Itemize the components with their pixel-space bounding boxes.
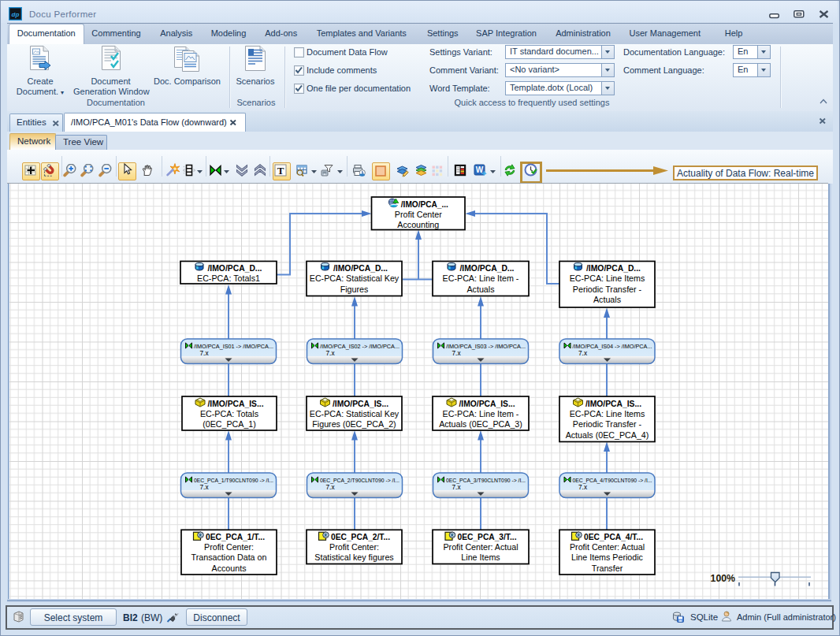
svg-text:Transfer: Transfer	[592, 563, 623, 573]
svg-text:dp: dp	[12, 11, 20, 18]
svg-text:Accounts: Accounts	[212, 563, 247, 573]
svg-text:/IMO/PCA_D...: /IMO/PCA_D...	[460, 263, 515, 273]
svg-text:Accounting: Accounting	[397, 220, 439, 229]
svg-text:Periodic Transfer -: Periodic Transfer -	[573, 419, 642, 429]
svg-text:7.x: 7.x	[200, 483, 210, 491]
svg-text:Profit Center: Actual: Profit Center: Actual	[570, 542, 645, 552]
svg-text:Actuals (0EC_PCA_4): Actuals (0EC_PCA_4)	[566, 430, 649, 440]
svg-text:Profit Center:: Profit Center:	[329, 542, 379, 552]
svg-text:7.x: 7.x	[578, 349, 588, 357]
svg-text:Line Items Periodic: Line Items Periodic	[571, 552, 644, 562]
svg-text:EC-PCA: Line Items: EC-PCA: Line Items	[570, 409, 645, 418]
svg-text:7.x: 7.x	[200, 349, 210, 357]
svg-text:7.x: 7.x	[452, 483, 462, 491]
svg-text:0EC_PCA_2/T...: 0EC_PCA_2/T...	[331, 532, 390, 541]
svg-text:/IMO/PCA_D...: /IMO/PCA_D...	[586, 263, 641, 273]
svg-text:0EC_PCA_3/T...: 0EC_PCA_3/T...	[458, 532, 517, 541]
svg-text:Actuals (0EC_PCA_3): Actuals (0EC_PCA_3)	[439, 419, 522, 429]
svg-text:(0EC_PCA_1): (0EC_PCA_1)	[203, 419, 256, 429]
svg-text:7.x: 7.x	[326, 349, 336, 357]
svg-text:T: T	[277, 165, 284, 177]
svg-text:/IMO/PCA_IS...: /IMO/PCA_IS...	[585, 399, 641, 408]
svg-text:EC-PCA: Statistical Key: EC-PCA: Statistical Key	[310, 409, 400, 418]
svg-text:0EC_PCA_1/T...: 0EC_PCA_1/T...	[206, 532, 265, 541]
svg-text:7.x: 7.x	[326, 483, 336, 491]
svg-text:0EC_PCA_4/T...: 0EC_PCA_4/T...	[584, 532, 643, 541]
svg-text:Statistical key figures: Statistical key figures	[314, 552, 393, 562]
svg-text:Transaction Data on: Transaction Data on	[191, 552, 267, 562]
svg-text:Periodic Transfer -: Periodic Transfer -	[573, 285, 642, 294]
svg-text:7.x: 7.x	[578, 483, 588, 491]
svg-text:/IMO/PCA_...: /IMO/PCA_...	[401, 199, 448, 209]
svg-text:/IMO/PCA_D...: /IMO/PCA_D...	[333, 263, 388, 273]
svg-text:Actuals: Actuals	[593, 295, 621, 304]
svg-text:/IMO/PCA_IS...: /IMO/PCA_IS...	[459, 399, 515, 408]
svg-text:Profit Center:: Profit Center:	[204, 542, 254, 552]
svg-text:Figures: Figures	[340, 285, 369, 294]
svg-text:/IMO/PCA_IS...: /IMO/PCA_IS...	[333, 399, 388, 408]
svg-text:EC-PCA: Statistical Key: EC-PCA: Statistical Key	[310, 273, 400, 283]
svg-text:EC-PCA: Line Items: EC-PCA: Line Items	[570, 273, 645, 283]
svg-text:EC-PCA: Line Item -: EC-PCA: Line Item -	[443, 409, 519, 418]
svg-text:7.x: 7.x	[452, 349, 462, 357]
svg-text:/IMO/PCA_IS...: /IMO/PCA_IS...	[208, 399, 264, 408]
svg-text:Profit Center: Actual: Profit Center: Actual	[443, 542, 518, 552]
svg-text:100%: 100%	[711, 573, 736, 584]
svg-text:/IMO/PCA_D...: /IMO/PCA_D...	[208, 263, 262, 273]
svg-text:EC-PCA: Line Item -: EC-PCA: Line Item -	[443, 273, 519, 283]
svg-text:Line Items: Line Items	[461, 552, 500, 562]
svg-text:EC-PCA: Totals: EC-PCA: Totals	[200, 409, 258, 418]
svg-text:Actuals: Actuals	[466, 285, 494, 294]
svg-text:Profit Center: Profit Center	[395, 210, 442, 219]
svg-text:Figures (0EC_PCA_2): Figures (0EC_PCA_2)	[312, 419, 396, 429]
svg-text:EC-PCA: Totals1: EC-PCA: Totals1	[197, 273, 260, 283]
